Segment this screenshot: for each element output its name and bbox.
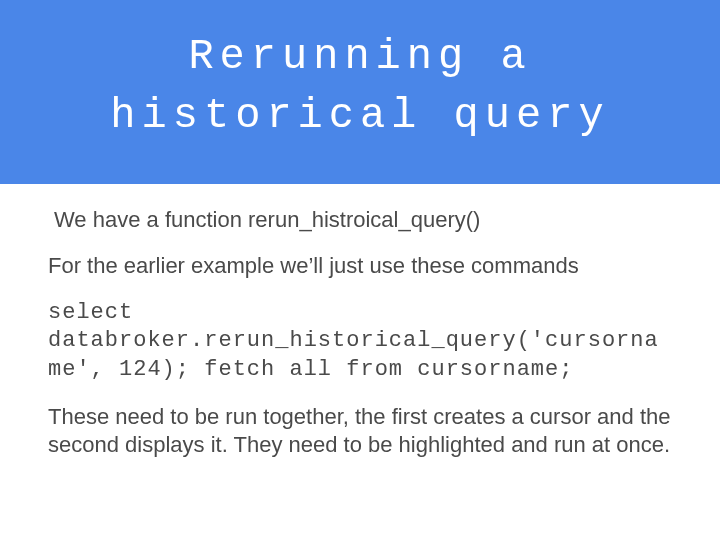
note-text: These need to be run together, the first…: [48, 403, 672, 460]
slide: Rerunning a historical query We have a f…: [0, 0, 720, 540]
slide-content: We have a function rerun_histroical_quer…: [0, 184, 720, 540]
slide-title: Rerunning a historical query: [40, 28, 680, 146]
code-block: select databroker.rerun_historical_query…: [48, 299, 672, 385]
intro-text: We have a function rerun_histroical_quer…: [48, 206, 672, 235]
title-band: Rerunning a historical query: [0, 0, 720, 184]
example-lead: For the earlier example we’ll just use t…: [48, 252, 672, 281]
